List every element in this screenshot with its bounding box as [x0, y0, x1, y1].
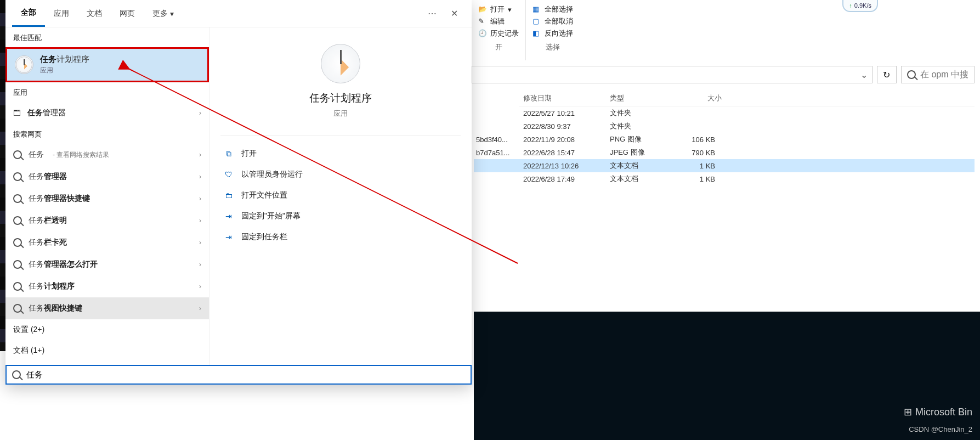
col-header-type[interactable]: 类型: [605, 93, 677, 103]
search-icon: [13, 282, 22, 291]
file-row[interactable]: 2022/6/28 17:49文本文档1 KB: [474, 172, 975, 185]
file-row[interactable]: 2022/12/13 10:26文本文档1 KB: [474, 159, 975, 172]
file-date: 2022/8/30 9:37: [519, 122, 605, 131]
image-credit: CSDN @ChenJin_2: [909, 425, 972, 433]
file-row[interactable]: b7d7a51...2022/6/28 15:47JPEG 图像790 KB: [474, 146, 975, 159]
chevron-right-icon: ›: [199, 261, 201, 268]
section-documents[interactable]: 文档 (1+): [5, 340, 209, 361]
tab-docs[interactable]: 文档: [78, 0, 111, 27]
task-manager-icon: 🗔: [13, 109, 21, 117]
file-row[interactable]: 2022/8/30 9:37文件夹: [474, 120, 975, 133]
chevron-right-icon: ›: [199, 151, 201, 159]
web-suggestion[interactable]: 任务管理器怎么打开›: [5, 253, 209, 275]
web-suggestion[interactable]: 任务栏透明›: [5, 210, 209, 232]
action-run-as-admin[interactable]: 🛡以管理员身份运行: [220, 164, 461, 185]
action-open[interactable]: ⧉打开: [220, 143, 461, 164]
action-pin-start[interactable]: ⇥固定到"开始"屏幕: [220, 206, 461, 227]
file-type: PNG 图像: [605, 134, 677, 144]
search-icon: [13, 260, 22, 269]
col-header-date[interactable]: 修改日期: [519, 93, 605, 103]
search-input[interactable]: [26, 370, 465, 380]
ribbon-invert-select[interactable]: ◧反向选择: [533, 27, 573, 40]
close-button[interactable]: ✕: [443, 8, 465, 19]
history-icon: 🕘: [478, 29, 487, 38]
action-pin-taskbar[interactable]: ⇥固定到任务栏: [220, 227, 461, 247]
search-results-list: 最佳匹配 任务计划程序 应用 应用 🗔任务管理器 › 搜索网页 任务- 查看网络…: [5, 27, 209, 384]
tab-more[interactable]: 更多▾: [144, 0, 183, 27]
file-date: 2022/6/28 15:47: [519, 149, 605, 157]
ribbon-history[interactable]: 🕘历史记录: [478, 27, 519, 40]
search-tabs: 全部 应用 文档 网页 更多▾ ⋯ ✕: [5, 0, 472, 27]
action-open-location[interactable]: 🗀打开文件位置: [220, 185, 461, 206]
ribbon-open[interactable]: 📂打开 ▾: [478, 3, 519, 15]
refresh-button[interactable]: ↻: [877, 66, 897, 83]
section-settings[interactable]: 设置 (2+): [5, 319, 209, 340]
open-icon: 📂: [478, 5, 487, 14]
explorer-address-bar: ⌄ ↻ 在 opm 中搜: [472, 65, 975, 84]
file-type: 文本文档: [605, 174, 677, 184]
file-date: 2022/6/28 17:49: [519, 175, 605, 183]
file-date: 2022/5/27 10:21: [519, 109, 605, 117]
chevron-right-icon: ›: [199, 173, 201, 180]
search-icon: [13, 194, 22, 203]
explorer-ribbon: 📂打开 ▾ ✎编辑 🕘历史记录 开 ▦全部选择 ▢全部取消 ◧反向选择 选择: [472, 0, 580, 60]
search-icon: [13, 216, 22, 225]
web-suggestion[interactable]: 任务栏卡死›: [5, 232, 209, 253]
search-input-box[interactable]: [5, 365, 472, 385]
ribbon-select-group-label: 选择: [533, 40, 573, 52]
ribbon-edit[interactable]: ✎编辑: [478, 15, 519, 27]
ribbon-open-group-label: 开: [478, 40, 519, 52]
best-match-task-scheduler[interactable]: 任务计划程序 应用: [5, 47, 209, 82]
chevron-right-icon: ›: [199, 109, 201, 117]
deselect-icon: ▢: [533, 17, 541, 26]
search-icon: [13, 238, 22, 247]
search-icon: [13, 150, 22, 159]
search-icon: [13, 304, 22, 313]
web-suggestion[interactable]: 任务计划程序›: [5, 275, 209, 297]
address-input[interactable]: ⌄: [472, 66, 873, 83]
chevron-right-icon: ›: [199, 195, 201, 202]
desktop-wallpaper: [474, 312, 980, 440]
chevron-right-icon: ›: [199, 283, 201, 290]
explorer-search-box[interactable]: 在 opm 中搜: [901, 66, 975, 83]
shield-icon: 🛡: [224, 170, 234, 179]
web-suggestion[interactable]: 任务管理器快捷键›: [5, 188, 209, 210]
file-list-header: 修改日期 类型 大小: [519, 90, 975, 106]
windows-search-panel: 全部 应用 文档 网页 更多▾ ⋯ ✕ 最佳匹配 任务计划程序 应用 应用 🗔任…: [5, 0, 472, 384]
task-scheduler-icon: [15, 55, 33, 74]
section-best-match: 最佳匹配: [5, 27, 209, 47]
web-suggestion[interactable]: 任务- 查看网络搜索结果›: [5, 144, 209, 166]
left-edge-strip: [0, 0, 5, 351]
section-web: 搜索网页: [5, 124, 209, 144]
more-options-button[interactable]: ⋯: [421, 8, 443, 19]
file-type: 文件夹: [605, 121, 677, 131]
file-row[interactable]: 5bd3f40...2022/11/9 20:08PNG 图像106 KB: [474, 133, 975, 146]
web-suggestion[interactable]: 任务管理器›: [5, 166, 209, 188]
ribbon-deselect-all[interactable]: ▢全部取消: [533, 15, 573, 27]
col-header-size[interactable]: 大小: [677, 93, 726, 103]
tab-web[interactable]: 网页: [111, 0, 144, 27]
preview-subtitle: 应用: [333, 109, 348, 119]
app-task-manager[interactable]: 🗔任务管理器 ›: [5, 102, 209, 124]
chevron-right-icon: ›: [199, 217, 201, 224]
search-icon: [907, 70, 916, 79]
file-row[interactable]: 2022/5/27 10:21文件夹: [474, 106, 975, 120]
chevron-down-icon: ⌄: [860, 70, 868, 80]
file-type: 文本文档: [605, 161, 677, 171]
network-speed-gauge: 0.9K/s: [842, 0, 878, 12]
file-type: JPEG 图像: [605, 148, 677, 157]
microsoft-logo-icon: ⊞: [904, 406, 912, 418]
file-size: 1 KB: [677, 175, 726, 183]
pin-icon: ⇥: [224, 211, 234, 221]
tab-all[interactable]: 全部: [12, 0, 45, 27]
file-size: 790 KB: [677, 149, 726, 157]
file-size: 106 KB: [677, 136, 726, 144]
open-icon: ⧉: [224, 149, 234, 159]
task-scheduler-large-icon: [321, 44, 360, 83]
chevron-right-icon: ›: [199, 304, 201, 312]
web-suggestion[interactable]: 任务视图快捷键›: [5, 297, 209, 319]
file-name: b7d7a51...: [474, 149, 519, 157]
explorer-search-placeholder: 在 opm 中搜: [920, 69, 968, 81]
tab-apps[interactable]: 应用: [45, 0, 78, 27]
ribbon-select-all[interactable]: ▦全部选择: [533, 3, 573, 15]
